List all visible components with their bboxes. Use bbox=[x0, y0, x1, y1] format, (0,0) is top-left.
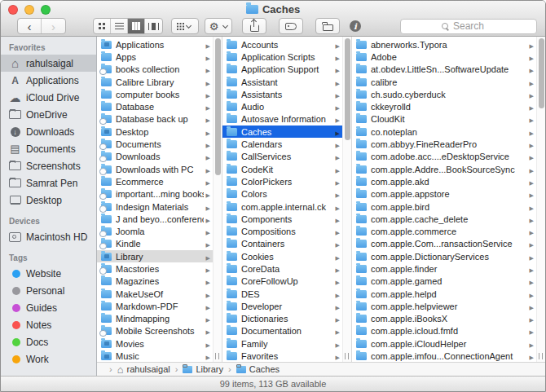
column-resize-handle[interactable] bbox=[345, 353, 349, 359]
tag-item[interactable]: Website bbox=[1, 265, 96, 282]
folder-row[interactable]: Developer bbox=[222, 300, 351, 312]
folder-row[interactable]: Adobe bbox=[352, 51, 545, 63]
sidebar-item[interactable]: Applications bbox=[1, 72, 96, 89]
folder-row[interactable]: ColorPickers bbox=[222, 175, 351, 187]
folder-row[interactable]: com.apple.finder bbox=[352, 262, 545, 275]
folder-row[interactable]: Accounts bbox=[222, 38, 351, 51]
tag-item[interactable]: Notes bbox=[1, 316, 96, 333]
tag-item[interactable]: Docs bbox=[1, 333, 96, 350]
folder-row[interactable]: Calendars bbox=[222, 138, 351, 150]
folder-row[interactable]: at.obdev.LittleSn...SoftwareUpdate bbox=[352, 64, 545, 76]
folder-row[interactable]: com.apple.iBooksX bbox=[352, 313, 545, 325]
folder-row[interactable]: Movies bbox=[97, 337, 222, 350]
folder-row[interactable]: com.apple.gamed bbox=[352, 275, 545, 288]
folder-row[interactable]: com.apple.imfou...ConnectionAgent bbox=[352, 350, 545, 362]
tag-item[interactable]: Work bbox=[1, 350, 96, 368]
folder-row[interactable]: CoreData bbox=[222, 262, 351, 275]
folder-row[interactable]: Assistant bbox=[222, 76, 351, 88]
folder-row[interactable]: Containers bbox=[222, 238, 351, 250]
folder-row[interactable]: Indesign Materials bbox=[97, 200, 222, 213]
sidebar-item[interactable]: rahulsaigal bbox=[1, 55, 96, 72]
folder-row[interactable]: com.abbyy.FineReaderPro bbox=[352, 138, 545, 150]
column-resize-handle[interactable] bbox=[539, 353, 543, 359]
list-view-button[interactable] bbox=[111, 19, 128, 33]
folder-row[interactable]: com.adobe.acc....eDesktopService bbox=[352, 151, 545, 163]
sidebar-item[interactable]: OneDrive bbox=[1, 106, 96, 123]
folder-row[interactable]: com.apple.Com...ransactionService bbox=[352, 238, 545, 250]
folder-row[interactable]: com.apple.DictionaryServices bbox=[352, 250, 545, 262]
scrollbar-thumb[interactable] bbox=[539, 38, 544, 108]
tag-item[interactable]: Guides bbox=[1, 299, 96, 316]
folder-row[interactable]: Downloads with PC bbox=[97, 163, 222, 175]
edit-tags-button[interactable] bbox=[279, 18, 303, 34]
folder-row[interactable]: com.apple.appstore bbox=[352, 188, 545, 200]
breadcrumb-item[interactable]: Caches bbox=[223, 364, 280, 374]
folder-row[interactable]: Components bbox=[222, 213, 351, 225]
new-folder-button[interactable] bbox=[315, 18, 340, 34]
folder-row[interactable]: Documents bbox=[97, 138, 222, 150]
folder-row[interactable]: Audio bbox=[222, 100, 351, 112]
folder-row[interactable]: abnerworks.Typora bbox=[352, 38, 545, 51]
folder-row[interactable]: Database back up bbox=[97, 113, 222, 126]
breadcrumb-item[interactable]: rahulsaigal bbox=[104, 364, 170, 375]
folder-row[interactable]: CoreFollowUp bbox=[222, 275, 351, 288]
folder-row[interactable]: Music bbox=[97, 350, 222, 362]
folder-row[interactable]: Joomla bbox=[97, 225, 222, 237]
sidebar-item[interactable]: Desktop bbox=[1, 192, 96, 209]
sidebar-item[interactable]: iCloud Drive bbox=[1, 89, 96, 106]
folder-row[interactable]: books collection bbox=[97, 64, 222, 76]
folder-row[interactable]: J and beyo...conference bbox=[97, 213, 222, 225]
scrollbar-thumb[interactable] bbox=[215, 38, 221, 175]
zoom-button[interactable] bbox=[41, 5, 51, 15]
folder-row[interactable]: com.apple.iCloudHelper bbox=[352, 337, 545, 350]
scrollbar[interactable] bbox=[536, 37, 545, 362]
search-input[interactable] bbox=[401, 20, 536, 33]
sidebar-item[interactable]: Macintosh HD bbox=[1, 228, 96, 245]
sidebar-item[interactable]: Samrat Pen bbox=[1, 174, 96, 192]
folder-row[interactable]: important...ming books bbox=[97, 188, 222, 200]
folder-row[interactable]: com.apple.akd bbox=[352, 175, 545, 187]
share-button[interactable] bbox=[242, 18, 266, 34]
folder-row[interactable]: Favorites bbox=[222, 350, 351, 362]
folder-row[interactable]: com.apple.internal.ck bbox=[222, 200, 351, 213]
folder-row[interactable]: com.apple.bird bbox=[352, 200, 545, 213]
folder-row[interactable]: com.apple.cache_delete bbox=[352, 213, 545, 225]
folder-row[interactable]: com.apple.Addre...BookSourceSync bbox=[352, 163, 545, 175]
folder-row[interactable]: Magazines bbox=[97, 275, 222, 288]
folder-row[interactable]: com.apple.helpviewer bbox=[352, 300, 545, 312]
tag-item[interactable]: Personal bbox=[1, 282, 96, 299]
folder-row[interactable]: Compositions bbox=[222, 225, 351, 237]
folder-row[interactable]: Calibre Library bbox=[97, 76, 222, 88]
folder-row[interactable]: Cookies bbox=[222, 250, 351, 262]
folder-row[interactable]: co.noteplan bbox=[352, 126, 545, 138]
folder-row[interactable]: Ecommerce bbox=[97, 175, 222, 187]
folder-row[interactable]: Caches bbox=[222, 126, 351, 138]
folder-row[interactable]: CodeKit bbox=[222, 163, 351, 175]
breadcrumb-item[interactable]: Library bbox=[170, 364, 223, 374]
folder-row[interactable]: Markdown-PDF bbox=[97, 300, 222, 312]
folder-row[interactable]: Application Scripts bbox=[222, 51, 351, 63]
info-button[interactable]: i bbox=[344, 18, 367, 34]
arrange-button[interactable] bbox=[171, 18, 199, 34]
sidebar-item[interactable]: Screenshots bbox=[1, 157, 96, 174]
column-view-button[interactable] bbox=[128, 19, 145, 33]
minimize-button[interactable] bbox=[24, 5, 34, 15]
folder-row[interactable]: Macstories bbox=[97, 262, 222, 275]
folder-row[interactable]: Desktop bbox=[97, 126, 222, 138]
folder-row[interactable]: com.apple.commerce bbox=[352, 225, 545, 237]
folder-row[interactable]: Mindmapping bbox=[97, 313, 222, 325]
folder-row[interactable]: Family bbox=[222, 337, 351, 350]
folder-row[interactable]: com.apple.icloud.fmfd bbox=[352, 325, 545, 337]
scrollbar[interactable] bbox=[213, 37, 222, 362]
coverflow-view-button[interactable] bbox=[145, 19, 162, 33]
folder-row[interactable]: Application Support bbox=[222, 64, 351, 76]
folder-row[interactable]: Mobile Screenshots bbox=[97, 325, 222, 337]
back-button[interactable]: ‹ bbox=[18, 19, 42, 33]
folder-row[interactable]: Dictionaries bbox=[222, 313, 351, 325]
folder-row[interactable]: com.apple.helpd bbox=[352, 288, 545, 300]
folder-row[interactable]: computer books bbox=[97, 88, 222, 100]
folder-row[interactable]: ckkeyrolld bbox=[352, 100, 545, 112]
sidebar-item[interactable]: Downloads bbox=[1, 123, 96, 140]
sidebar-item[interactable]: Documents bbox=[1, 140, 96, 157]
folder-row[interactable]: Library bbox=[97, 250, 222, 262]
